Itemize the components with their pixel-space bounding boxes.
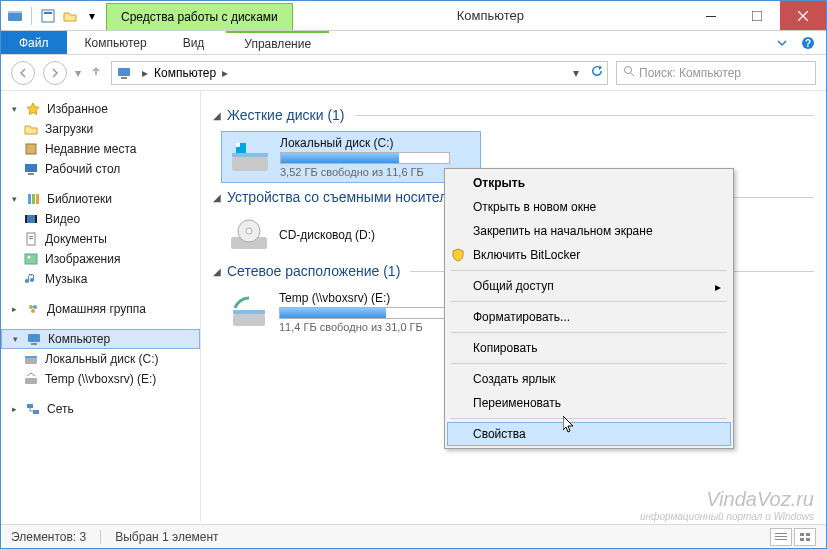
collapse-icon[interactable]: ◢ xyxy=(213,192,221,203)
context-menu-sharing[interactable]: Общий доступ ▸ xyxy=(447,274,731,298)
svg-point-41 xyxy=(246,228,252,234)
refresh-icon[interactable] xyxy=(589,64,603,81)
expand-icon[interactable]: ▸ xyxy=(9,304,19,314)
svg-rect-16 xyxy=(36,194,39,204)
sidebar-item-videos[interactable]: Видео xyxy=(1,209,200,229)
homegroup-root[interactable]: ▸ Домашняя группа xyxy=(1,299,200,319)
context-tab-header: Средства работы с дисками xyxy=(106,1,293,30)
favorites-root[interactable]: ▾ Избранное xyxy=(1,99,200,119)
ribbon-tab-view[interactable]: Вид xyxy=(165,31,223,54)
sidebar-item-disk-c[interactable]: Локальный диск (C:) xyxy=(1,349,200,369)
separator xyxy=(31,7,32,25)
breadcrumb-arrow-icon[interactable]: ▸ xyxy=(136,66,154,80)
desktop-icon xyxy=(23,161,39,177)
context-menu-rename[interactable]: Переименовать xyxy=(447,391,731,415)
close-button[interactable] xyxy=(780,1,826,30)
properties-icon[interactable] xyxy=(40,8,56,24)
svg-rect-9 xyxy=(121,77,127,79)
window-controls xyxy=(688,1,826,30)
svg-rect-11 xyxy=(26,144,36,154)
svg-rect-18 xyxy=(25,215,27,223)
drive-tile-c[interactable]: Локальный диск (C:) 3,52 ГБ свободно из … xyxy=(221,131,481,183)
ribbon-tab-file[interactable]: Файл xyxy=(1,31,67,54)
music-icon xyxy=(23,271,39,287)
help-icon[interactable]: ? xyxy=(800,35,816,51)
cd-drive-icon xyxy=(229,217,269,253)
view-details-button[interactable] xyxy=(770,528,792,546)
back-button[interactable] xyxy=(11,61,35,85)
picture-icon xyxy=(23,251,39,267)
view-toggles xyxy=(770,528,816,546)
context-menu-bitlocker[interactable]: Включить BitLocker xyxy=(447,243,731,267)
minimize-button[interactable] xyxy=(688,1,734,30)
svg-rect-14 xyxy=(28,194,31,204)
status-count: Элементов: 3 xyxy=(11,530,86,544)
network-label: Сеть xyxy=(47,402,74,416)
qa-dropdown-icon[interactable]: ▾ xyxy=(84,8,100,24)
breadcrumb-arrow-icon[interactable]: ▸ xyxy=(216,66,234,80)
svg-rect-8 xyxy=(118,68,130,76)
collapse-icon[interactable]: ▾ xyxy=(10,334,20,344)
svg-rect-23 xyxy=(25,254,37,264)
svg-rect-47 xyxy=(800,533,804,536)
collapse-icon[interactable]: ◢ xyxy=(213,266,221,277)
sidebar-item-desktop[interactable]: Рабочий стол xyxy=(1,159,200,179)
homegroup-label: Домашняя группа xyxy=(47,302,146,316)
breadcrumb-item[interactable]: Компьютер xyxy=(154,66,216,80)
history-dropdown-icon[interactable]: ▾ xyxy=(75,66,81,80)
titlebar: ▾ Средства работы с дисками Компьютер xyxy=(1,1,826,31)
group-header-hdd[interactable]: ◢ Жесткие диски (1) xyxy=(213,107,814,123)
expand-ribbon-icon[interactable] xyxy=(774,35,790,51)
network-root[interactable]: ▸ Сеть xyxy=(1,399,200,419)
drive-tile-d[interactable]: CD-дисковод (D:) xyxy=(221,213,481,257)
collapse-icon[interactable]: ▾ xyxy=(9,104,19,114)
collapse-icon[interactable]: ▾ xyxy=(9,194,19,204)
libraries-root[interactable]: ▾ Библиотеки xyxy=(1,189,200,209)
context-menu-open-new-window[interactable]: Открыть в новом окне xyxy=(447,195,731,219)
maximize-button[interactable] xyxy=(734,1,780,30)
ribbon-tab-manage[interactable]: Управление xyxy=(226,31,329,54)
sidebar-item-music[interactable]: Музыка xyxy=(1,269,200,289)
new-folder-icon[interactable] xyxy=(62,8,78,24)
menu-separator xyxy=(451,363,727,364)
network-drive-icon xyxy=(229,294,269,330)
context-menu-copy[interactable]: Копировать xyxy=(447,336,731,360)
svg-rect-21 xyxy=(29,236,33,237)
address-dropdown-icon[interactable]: ▾ xyxy=(569,66,583,80)
menu-separator xyxy=(451,418,727,419)
sidebar-item-documents[interactable]: Документы xyxy=(1,229,200,249)
window-title: Компьютер xyxy=(293,8,688,23)
svg-rect-36 xyxy=(232,153,268,157)
context-tab-label: Средства работы с дисками xyxy=(106,3,293,30)
computer-root[interactable]: ▾ Компьютер xyxy=(1,329,200,349)
search-input[interactable]: Поиск: Компьютер xyxy=(616,61,816,85)
view-tiles-button[interactable] xyxy=(794,528,816,546)
collapse-icon[interactable]: ◢ xyxy=(213,110,221,121)
disk-icon xyxy=(230,139,270,175)
context-menu-format[interactable]: Форматировать... xyxy=(447,305,731,329)
context-menu-create-shortcut[interactable]: Создать ярлык xyxy=(447,367,731,391)
context-menu-open[interactable]: Открыть xyxy=(447,171,731,195)
ribbon-tab-computer[interactable]: Компьютер xyxy=(67,31,165,54)
svg-rect-32 xyxy=(25,378,37,384)
sidebar-item-pictures[interactable]: Изображения xyxy=(1,249,200,269)
drive-free-text: 11,4 ГБ свободно из 31,0 ГБ xyxy=(279,321,449,333)
drive-tile-e[interactable]: Temp (\\vboxsrv) (E:) 11,4 ГБ свободно и… xyxy=(221,287,481,337)
up-button[interactable] xyxy=(89,64,103,81)
sidebar-item-downloads[interactable]: Загрузки xyxy=(1,119,200,139)
context-menu-pin-start[interactable]: Закрепить на начальном экране xyxy=(447,219,731,243)
favorites-label: Избранное xyxy=(47,102,108,116)
svg-rect-15 xyxy=(32,194,35,204)
submenu-arrow-icon: ▸ xyxy=(715,280,721,294)
svg-point-24 xyxy=(28,256,31,259)
sidebar-item-recent[interactable]: Недавние места xyxy=(1,139,200,159)
star-icon xyxy=(25,101,41,117)
sidebar-item-disk-e[interactable]: Temp (\\vboxsrv) (E:) xyxy=(1,369,200,389)
forward-button[interactable] xyxy=(43,61,67,85)
ribbon: Файл Компьютер Вид Управление ? xyxy=(1,31,826,55)
context-menu-properties[interactable]: Свойства xyxy=(447,422,731,446)
drive-name: Temp (\\vboxsrv) (E:) xyxy=(279,291,449,305)
system-menu-icon[interactable] xyxy=(7,8,23,24)
expand-icon[interactable]: ▸ xyxy=(9,404,19,414)
address-bar[interactable]: ▸ Компьютер ▸ ▾ xyxy=(111,61,608,85)
